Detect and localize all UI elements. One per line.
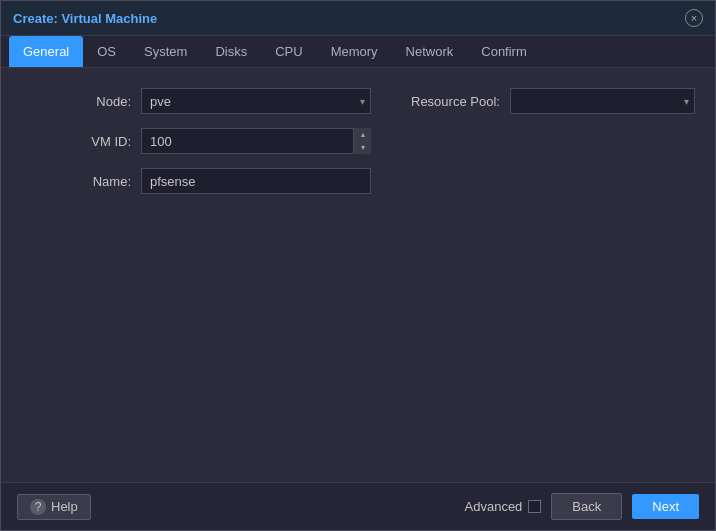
help-button[interactable]: ? Help <box>17 494 91 520</box>
back-button[interactable]: Back <box>551 493 622 520</box>
next-button[interactable]: Next <box>632 494 699 519</box>
tab-disks[interactable]: Disks <box>201 36 261 67</box>
help-icon: ? <box>30 499 46 515</box>
name-input-wrap <box>141 168 371 194</box>
tab-general[interactable]: General <box>9 36 83 67</box>
footer-right: Advanced Back Next <box>465 493 699 520</box>
advanced-label: Advanced <box>465 499 523 514</box>
name-label: Name: <box>21 174 141 189</box>
form-grid: Node: pve ▾ Resource Pool: ▾ VM ID: <box>21 88 695 194</box>
advanced-wrap: Advanced <box>465 499 542 514</box>
vmid-spin-down[interactable]: ▾ <box>353 141 371 154</box>
tab-system[interactable]: System <box>130 36 201 67</box>
tab-os[interactable]: OS <box>83 36 130 67</box>
advanced-checkbox[interactable] <box>528 500 541 513</box>
title-bar: Create: Virtual Machine × <box>1 1 715 36</box>
resource-pool-select-wrap: ▾ <box>510 88 695 114</box>
vmid-spinner-wrap: ▴ ▾ <box>141 128 371 154</box>
help-label: Help <box>51 499 78 514</box>
resource-pool-row: Resource Pool: ▾ <box>411 88 695 114</box>
tab-memory[interactable]: Memory <box>317 36 392 67</box>
vmid-spin-up[interactable]: ▴ <box>353 128 371 141</box>
footer: ? Help Advanced Back Next <box>1 482 715 530</box>
node-select-wrap: pve ▾ <box>141 88 371 114</box>
vmid-label: VM ID: <box>21 134 141 149</box>
node-label: Node: <box>21 94 141 109</box>
footer-left: ? Help <box>17 494 91 520</box>
tab-cpu[interactable]: CPU <box>261 36 316 67</box>
tab-network[interactable]: Network <box>392 36 468 67</box>
resource-pool-label: Resource Pool: <box>411 94 510 109</box>
name-input[interactable] <box>141 168 371 194</box>
dialog-title: Create: Virtual Machine <box>13 11 157 26</box>
resource-pool-select[interactable] <box>510 88 695 114</box>
node-select[interactable]: pve <box>141 88 371 114</box>
tab-bar: General OS System Disks CPU Memory Netwo… <box>1 36 715 68</box>
form-content: Node: pve ▾ Resource Pool: ▾ VM ID: <box>1 68 715 482</box>
close-button[interactable]: × <box>685 9 703 27</box>
vmid-input[interactable] <box>141 128 371 154</box>
vmid-spinner-btns: ▴ ▾ <box>353 128 371 154</box>
tab-confirm[interactable]: Confirm <box>467 36 541 67</box>
create-vm-dialog: Create: Virtual Machine × General OS Sys… <box>0 0 716 531</box>
